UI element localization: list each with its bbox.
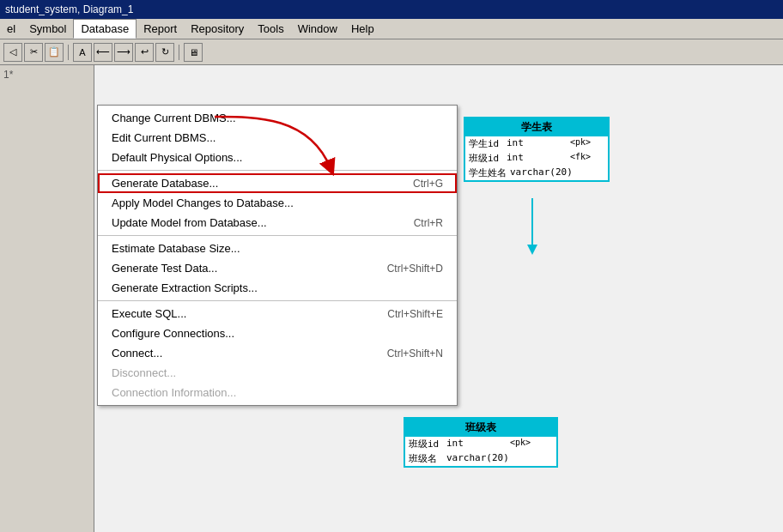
class-row-1: 班级id int <pk>	[405, 437, 556, 451]
menu-item-database[interactable]: Database	[73, 19, 137, 39]
database-dropdown-menu: Change Current DBMS... Edit Current DBMS…	[97, 105, 458, 406]
diagram-label: 1*	[0, 65, 94, 84]
toolbar-btn-copy[interactable]: 📋	[45, 43, 64, 62]
menu-apply-model[interactable]: Apply Model Changes to Database...	[98, 193, 457, 213]
separator-1	[98, 170, 457, 171]
class-table[interactable]: 班级表 班级id int <pk> 班级名 varchar(20)	[404, 417, 558, 468]
student-row-1: 学生id int <pk>	[465, 136, 608, 151]
separator-2	[98, 235, 457, 236]
toolbar-btn-arrow[interactable]: ◁	[3, 43, 22, 62]
toolbar-btn-screen[interactable]: 🖥	[184, 43, 203, 62]
student-table-header: 学生表	[465, 118, 608, 136]
menu-item-window[interactable]: Window	[291, 19, 344, 39]
table-connector	[524, 198, 541, 267]
class-table-header: 班级表	[405, 419, 556, 437]
toolbar-separator-1	[68, 45, 69, 60]
main-content: 1* 学生表 学生id int <pk> 班级id int <fk> 学生姓名 …	[0, 65, 783, 532]
toolbar-btn-cut[interactable]: ✂	[24, 43, 43, 62]
class-row-2: 班级名 varchar(20)	[405, 451, 556, 466]
menu-connection-info: Connection Information...	[98, 383, 457, 402]
menu-item-el[interactable]: el	[0, 19, 22, 39]
menu-change-dbms[interactable]: Change Current DBMS...	[98, 108, 457, 128]
menu-connect[interactable]: Connect... Ctrl+Shift+N	[98, 343, 457, 363]
title-text: student_system, Diagram_1	[5, 3, 133, 15]
menu-item-tools[interactable]: Tools	[251, 19, 290, 39]
student-row-3: 学生姓名 varchar(20)	[465, 166, 608, 180]
menu-generate-database[interactable]: Generate Database... Ctrl+G	[98, 173, 457, 193]
toolbar-btn-undo[interactable]: ↩	[135, 43, 154, 62]
menu-item-repository[interactable]: Repository	[184, 19, 251, 39]
toolbar-btn-back[interactable]: ⟵	[94, 43, 112, 62]
menu-update-model[interactable]: Update Model from Database... Ctrl+R	[98, 213, 457, 233]
toolbar-btn-redo[interactable]: ↻	[155, 43, 174, 62]
toolbar: ◁ ✂ 📋 A ⟵ ⟶ ↩ ↻ 🖥	[0, 39, 783, 65]
student-row-2: 班级id int <fk>	[465, 151, 608, 166]
menu-item-report[interactable]: Report	[137, 19, 184, 39]
menu-bar: el Symbol Database Report Repository Too…	[0, 19, 783, 39]
menu-generate-extraction[interactable]: Generate Extraction Scripts...	[98, 278, 457, 298]
title-bar: student_system, Diagram_1	[0, 0, 783, 19]
menu-item-help[interactable]: Help	[344, 19, 381, 39]
toolbar-separator-2	[179, 45, 179, 60]
menu-generate-test[interactable]: Generate Test Data... Ctrl+Shift+D	[98, 258, 457, 278]
separator-3	[98, 300, 457, 301]
menu-edit-dbms[interactable]: Edit Current DBMS...	[98, 128, 457, 148]
student-table[interactable]: 学生表 学生id int <pk> 班级id int <fk> 学生姓名 var…	[464, 117, 610, 182]
menu-configure-connections[interactable]: Configure Connections...	[98, 323, 457, 343]
menu-item-symbol[interactable]: Symbol	[22, 19, 73, 39]
menu-execute-sql[interactable]: Execute SQL... Ctrl+Shift+E	[98, 304, 457, 323]
toolbar-btn-forward[interactable]: ⟶	[114, 43, 133, 62]
menu-default-physical[interactable]: Default Physical Options...	[98, 148, 457, 167]
menu-disconnect: Disconnect...	[98, 363, 457, 383]
menu-estimate-size[interactable]: Estimate Database Size...	[98, 239, 457, 258]
toolbar-btn-a[interactable]: A	[73, 43, 92, 62]
left-panel: 1*	[0, 65, 94, 532]
